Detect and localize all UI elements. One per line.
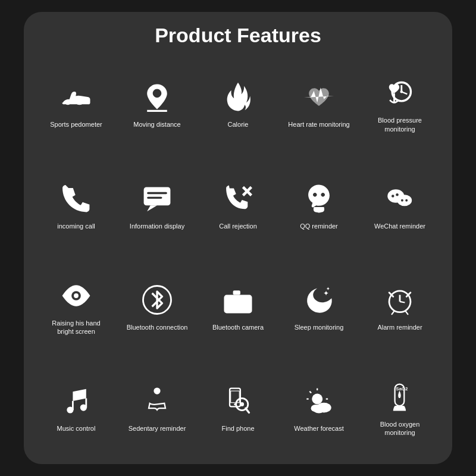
svg-point-1 — [77, 102, 82, 105]
svg-point-19 — [405, 199, 408, 202]
location-icon — [136, 78, 178, 117]
music-icon — [55, 382, 97, 421]
findphone-icon — [217, 382, 259, 421]
feature-wechat-reminder: WeChat reminder — [359, 154, 440, 255]
feature-label: Sleep monitoring — [295, 323, 344, 331]
features-grid: Sports pedometer Moving distance Calorie… — [30, 53, 446, 458]
svg-line-53 — [309, 391, 311, 393]
feature-label: Bluetooth camera — [212, 323, 264, 331]
svg-point-57 — [311, 405, 321, 412]
eye-icon — [55, 277, 97, 315]
feature-label: Alarm reminder — [377, 323, 422, 331]
svg-rect-8 — [144, 187, 171, 206]
feature-blood-oxygen: SaO2 Blood oxygen monitoring — [359, 357, 440, 458]
feature-label: Moving distance — [133, 120, 181, 129]
feature-sports-pedometer: Sports pedometer — [36, 53, 117, 154]
feature-label: Sports pedometer — [50, 120, 102, 129]
sleep-icon: ✦✦ — [298, 281, 340, 320]
feature-incoming-call: incoming call — [36, 154, 117, 255]
svg-line-32 — [400, 302, 405, 303]
feature-label: Calorie — [228, 120, 249, 129]
svg-rect-26 — [233, 291, 240, 295]
feature-label: incoming call — [57, 222, 95, 230]
svg-point-16 — [396, 193, 398, 196]
feature-qq-reminder: QQ reminder — [278, 154, 359, 255]
feature-sedentary-reminder: Sedentary reminder — [117, 357, 198, 458]
feature-call-rejection: Call rejection — [198, 154, 278, 255]
feature-raise-screen: Raising his hand bright screen — [36, 256, 117, 357]
feature-label: Weather forecast — [294, 424, 344, 433]
bloodoxygen-icon: SaO2 — [379, 378, 421, 416]
qq-icon — [298, 180, 340, 218]
svg-point-40 — [80, 404, 87, 411]
camera-icon — [217, 281, 259, 320]
svg-point-15 — [392, 195, 394, 197]
feature-bluetooth-connection: Bluetooth connection — [117, 256, 198, 357]
phone-icon — [55, 180, 97, 218]
svg-line-36 — [406, 312, 408, 314]
feature-label: Blood oxygen monitoring — [367, 420, 433, 437]
svg-marker-9 — [147, 205, 157, 211]
svg-point-18 — [401, 199, 403, 202]
feature-alarm-reminder: Alarm reminder — [359, 256, 440, 357]
feature-label: Information display — [130, 222, 184, 230]
svg-text:SaO2: SaO2 — [396, 386, 408, 391]
feature-label: Call rejection — [219, 222, 257, 230]
feature-label: QQ reminder — [300, 222, 338, 230]
sedentary-icon — [136, 382, 178, 421]
svg-point-41 — [154, 387, 160, 394]
svg-point-27 — [246, 298, 248, 300]
feature-sleep-monitoring: ✦✦ Sleep monitoring — [278, 256, 359, 357]
weather-icon — [298, 382, 340, 421]
bloodpressure-icon — [379, 74, 421, 112]
wechat-icon — [379, 180, 421, 218]
svg-rect-10 — [147, 192, 167, 194]
alarm-icon — [379, 281, 421, 320]
svg-line-47 — [246, 408, 249, 412]
feature-label: WeChat reminder — [374, 222, 425, 230]
svg-point-0 — [66, 102, 70, 105]
feature-bluetooth-camera: Bluetooth camera — [198, 256, 278, 357]
svg-point-25 — [236, 302, 241, 307]
feature-label: Raising his hand bright screen — [43, 319, 109, 336]
callreject-icon — [217, 180, 259, 218]
svg-point-48 — [312, 393, 322, 404]
feature-label: Music control — [57, 424, 96, 433]
feature-label: Find phone — [221, 424, 254, 433]
feature-heart-rate: Heart rate monitoring — [278, 53, 359, 154]
svg-point-17 — [397, 195, 412, 206]
feature-label: Sedentary reminder — [129, 424, 186, 433]
feature-music-control: Music control — [36, 357, 117, 458]
feature-info-display: Information display — [117, 154, 198, 255]
page-title: Product Features — [155, 24, 321, 47]
svg-point-46 — [240, 402, 244, 406]
shoe-icon — [55, 78, 97, 117]
svg-line-6 — [402, 92, 408, 94]
svg-rect-11 — [147, 197, 162, 199]
feature-find-phone: Find phone — [198, 357, 278, 458]
chat-icon — [136, 180, 178, 218]
feature-label: Bluetooth connection — [127, 323, 188, 331]
feature-blood-pressure: Blood pressure monitoring — [359, 53, 440, 154]
svg-line-35 — [392, 312, 394, 314]
heartrate-icon — [298, 78, 340, 117]
bluetooth-icon — [136, 281, 178, 320]
feature-calorie: Calorie — [198, 53, 278, 154]
feature-weather-forecast: Weather forecast — [278, 357, 359, 458]
product-features-card: Product Features Sports pedometer Moving… — [24, 12, 452, 464]
svg-point-39 — [67, 406, 73, 413]
svg-text:✦: ✦ — [326, 287, 330, 292]
flame-icon — [217, 78, 259, 117]
feature-moving-distance: Moving distance — [117, 53, 198, 154]
svg-point-21 — [74, 293, 79, 298]
feature-label: Heart rate monitoring — [288, 120, 349, 129]
feature-label: Blood pressure monitoring — [367, 116, 433, 133]
